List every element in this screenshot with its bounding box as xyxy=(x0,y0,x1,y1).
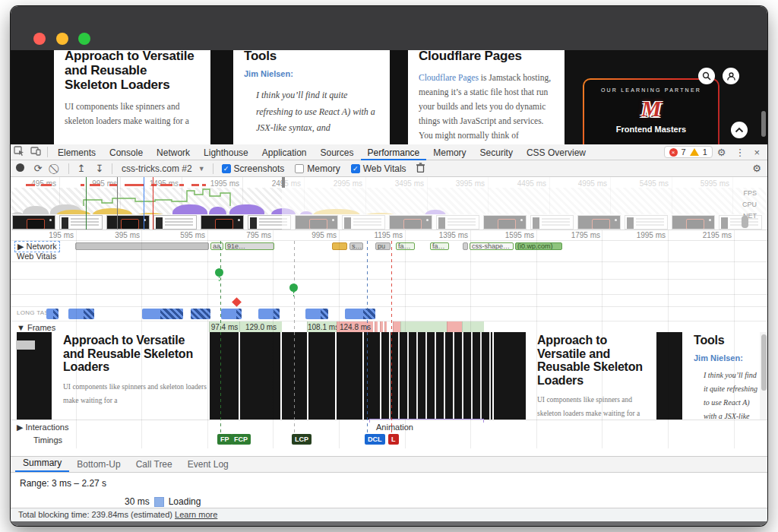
overview-scrollbar-thumb[interactable] xyxy=(742,216,748,228)
toolbar-checkbox[interactable]: Web Vitals xyxy=(351,163,406,174)
frame-duration-segment[interactable]: 129.0 ms xyxy=(239,321,282,333)
network-track-expander[interactable]: ▶ Network xyxy=(15,242,59,252)
profile-select[interactable]: css-tricks.com #2 xyxy=(115,163,198,174)
devtools-tab[interactable]: Application xyxy=(255,144,314,160)
frames-track-expander[interactable]: ▼ Frames xyxy=(17,323,55,332)
long-task-bar[interactable] xyxy=(68,309,94,319)
learn-more-link[interactable]: Learn more xyxy=(175,510,217,519)
devtools-tab[interactable]: Sources xyxy=(314,144,361,160)
devtools-close-button[interactable]: × xyxy=(749,147,767,158)
timeline-overview[interactable]: 495 ms995 ms1495 ms1995 ms2495 ms2995 ms… xyxy=(11,177,767,230)
frame-duration-segment[interactable] xyxy=(400,321,447,333)
details-tab[interactable]: Event Log xyxy=(180,457,236,472)
frame-duration-segment[interactable]: 97.4 ms xyxy=(209,321,239,333)
search-button[interactable] xyxy=(698,68,715,84)
scroll-top-button[interactable] xyxy=(731,122,748,138)
timing-marker-badge[interactable]: DCL xyxy=(365,434,385,445)
web-vitals-good-marker[interactable] xyxy=(215,268,223,277)
network-request-bar[interactable]: aa xyxy=(210,242,223,250)
devtools-tab[interactable]: Performance xyxy=(361,144,427,160)
devtools-tab[interactable]: Console xyxy=(103,144,150,160)
timing-marker-badge[interactable]: L xyxy=(388,434,399,445)
inspect-element-button[interactable] xyxy=(11,146,27,158)
strip-scrollbar[interactable] xyxy=(760,332,767,420)
network-request-bar[interactable] xyxy=(75,242,209,250)
toolbar-checkbox[interactable]: Memory xyxy=(295,163,340,174)
layout-shift-marker[interactable] xyxy=(232,297,242,307)
load-profile-button[interactable]: ↥ xyxy=(72,163,90,174)
long-task-bar[interactable] xyxy=(221,309,242,319)
error-count: 7 xyxy=(682,147,686,157)
network-request-bar[interactable] xyxy=(463,242,468,250)
save-profile-button[interactable]: ↧ xyxy=(90,163,109,174)
frame-duration-segment[interactable] xyxy=(447,321,462,333)
frontend-masters-ad[interactable]: OUR LEARNING PARTNER M Frontend Masters xyxy=(583,78,719,144)
frame-duration-segment[interactable] xyxy=(380,321,383,333)
long-task-bar[interactable] xyxy=(258,309,280,319)
long-task-bar[interactable] xyxy=(191,309,210,319)
filmstrip-thumbnail[interactable] xyxy=(153,215,197,230)
long-task-bar[interactable] xyxy=(305,309,328,319)
timing-marker-badge[interactable]: FCP xyxy=(231,434,251,445)
frame-duration-segment[interactable] xyxy=(384,321,387,333)
devtools-tab-list: ElementsConsoleNetworkLighthouseApplicat… xyxy=(51,144,593,160)
devtools-tab[interactable]: Lighthouse xyxy=(197,144,255,160)
frame-screenshot-dark[interactable] xyxy=(210,332,380,420)
devtools-tab[interactable]: Network xyxy=(150,144,197,160)
account-button[interactable] xyxy=(723,68,739,84)
frame-screenshot[interactable]: Approach to Versatile and Reusable Skele… xyxy=(527,332,655,420)
overview-window-handle[interactable] xyxy=(282,177,285,188)
details-tab[interactable]: Call Tree xyxy=(128,457,180,472)
device-toolbar-button[interactable] xyxy=(27,146,44,158)
devtools-menu-button[interactable]: ⋮ xyxy=(730,147,749,158)
chevron-down-icon[interactable]: ▼ xyxy=(198,165,210,173)
reload-and-record-button[interactable]: ⟳ xyxy=(29,163,47,174)
devtools-tab[interactable]: Security xyxy=(473,144,520,160)
devtools-tab[interactable]: Memory xyxy=(426,144,473,160)
timing-marker-badge[interactable]: FP xyxy=(217,434,232,445)
devtools-tab[interactable]: CSS Overview xyxy=(520,144,593,160)
frame-screenshot[interactable]: Tools Jim Nielsen: I think you’ll find i… xyxy=(684,332,761,420)
network-request-bar[interactable]: fa… xyxy=(430,242,449,250)
details-tab[interactable]: Summary xyxy=(15,455,69,472)
long-task-bar[interactable] xyxy=(46,309,59,319)
network-request-bar[interactable]: pu xyxy=(375,242,391,250)
long-task-bar[interactable] xyxy=(345,309,375,319)
network-request-bar[interactable]: (i0.wp.com) xyxy=(515,242,562,250)
long-task-bar[interactable] xyxy=(142,309,183,319)
toolbar-checkbox[interactable]: Screenshots xyxy=(222,163,285,174)
issues-badge[interactable]: × 7 1 xyxy=(664,146,713,158)
network-request-bar[interactable]: s… xyxy=(349,242,363,250)
frame-duration-segment[interactable]: 108.1 ms xyxy=(307,321,337,333)
device-toolbar-icon xyxy=(30,146,41,156)
web-vitals-good-marker[interactable] xyxy=(289,283,298,292)
frame-screenshot[interactable]: Approach to Versatile and Reusable Skele… xyxy=(53,332,207,420)
network-request-bar[interactable]: css-shape… xyxy=(470,242,514,250)
cloudflare-pages-link[interactable]: Cloudflare Pages xyxy=(419,73,479,82)
network-request-bar[interactable]: fa… xyxy=(396,242,415,250)
strip-scrollbar-thumb[interactable] xyxy=(761,334,767,391)
details-tab[interactable]: Bottom-Up xyxy=(69,457,128,472)
filmstrip-thumbnail[interactable] xyxy=(12,215,55,230)
timing-marker-badge[interactable]: LCP xyxy=(292,434,312,445)
close-window-button[interactable] xyxy=(33,33,46,45)
frame-screenshots-dense[interactable] xyxy=(381,332,492,420)
frame-duration-segment[interactable] xyxy=(462,321,484,333)
article-byline-link[interactable]: Jim Nielsen: xyxy=(244,69,379,78)
page-scrollbar[interactable] xyxy=(761,111,766,137)
delete-recording-button[interactable] xyxy=(412,163,430,175)
minimize-window-button[interactable] xyxy=(56,33,68,45)
filmstrip-thumbnail[interactable] xyxy=(59,215,103,230)
capture-settings-button[interactable]: ⚙ xyxy=(752,163,767,174)
clear-recording-button[interactable]: ⃠ xyxy=(47,163,65,175)
record-button[interactable] xyxy=(11,163,29,174)
network-request-bar[interactable] xyxy=(332,242,347,250)
frame-duration-segment[interactable] xyxy=(393,321,400,333)
network-request-bar[interactable]: 91e… xyxy=(225,242,274,250)
devtools-settings-button[interactable]: ⚙ xyxy=(713,147,731,158)
frame-duration-segment[interactable] xyxy=(375,321,378,333)
devtools-tab[interactable]: Elements xyxy=(51,144,103,160)
zoom-window-button[interactable] xyxy=(78,33,90,45)
filmstrip-thumbnail[interactable] xyxy=(201,215,244,230)
interactions-track-expander[interactable]: ▶ Interactions xyxy=(17,423,68,432)
